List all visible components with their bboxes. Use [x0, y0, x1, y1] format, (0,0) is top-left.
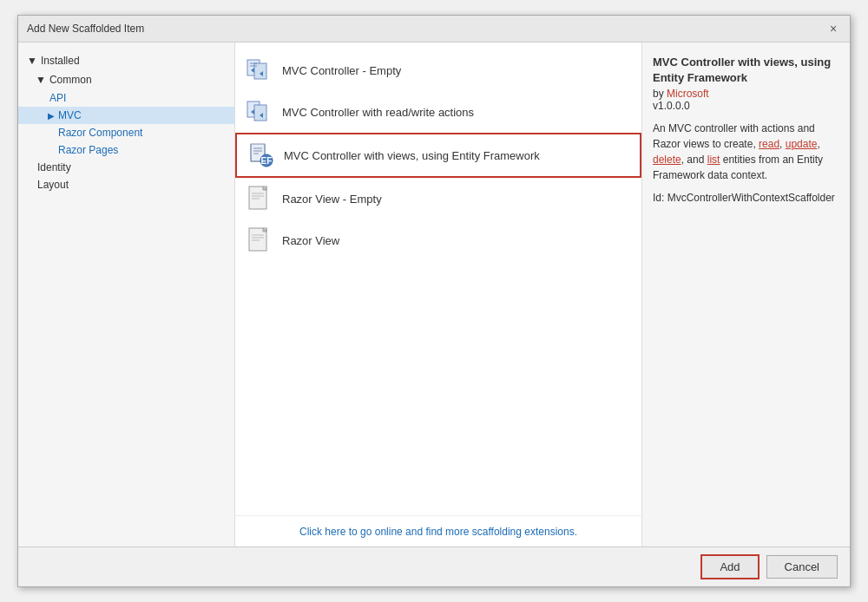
sidebar-item-mvc[interactable]: ▶ MVC	[18, 107, 234, 124]
installed-label: Installed	[41, 55, 80, 67]
detail-by-link[interactable]: Microsoft	[667, 88, 709, 100]
mvc-readwrite-icon	[246, 98, 273, 126]
online-link[interactable]: Click here to go online and find more sc…	[299, 526, 577, 538]
dialog: Add New Scaffolded Item × ▼ Installed ▼ …	[17, 15, 851, 587]
razor-view-icon	[246, 226, 273, 254]
sidebar-item-razor-component[interactable]: Razor Component	[18, 124, 234, 141]
mvc-label: MVC	[58, 109, 82, 121]
detail-read-link[interactable]: read	[759, 138, 779, 150]
left-panel: ▼ Installed ▼ Common API ▶ MVC Razor Com…	[18, 43, 235, 546]
items-list: MVC Controller - Empty MVC Controller wi…	[235, 43, 641, 515]
item-mvc-entity-label: MVC Controller with views, using Entity …	[284, 149, 540, 162]
center-panel: MVC Controller - Empty MVC Controller wi…	[235, 43, 641, 546]
item-razor-view[interactable]: Razor View	[235, 219, 641, 261]
mvc-empty-icon	[246, 56, 273, 84]
svg-text:EF: EF	[261, 156, 273, 166]
item-razor-empty[interactable]: Razor View - Empty	[235, 178, 641, 219]
common-arrow-icon: ▼	[36, 74, 46, 86]
mvc-entity-icon: EF	[247, 141, 275, 169]
detail-list-link[interactable]: list	[707, 154, 720, 166]
item-mvc-empty-label: MVC Controller - Empty	[282, 64, 401, 77]
item-mvc-readwrite[interactable]: MVC Controller with read/write actions	[235, 91, 641, 133]
installed-arrow-icon: ▼	[27, 55, 37, 67]
title-bar: Add New Scaffolded Item ×	[18, 16, 850, 43]
sidebar-item-layout[interactable]: Layout	[18, 176, 234, 193]
svg-rect-5	[254, 105, 266, 121]
detail-id: Id: MvcControllerWithContextScaffolder	[653, 192, 839, 204]
item-mvc-empty[interactable]: MVC Controller - Empty	[235, 49, 641, 91]
detail-by: by Microsoft	[653, 88, 839, 100]
detail-version: v1.0.0.0	[653, 100, 839, 112]
bottom-bar: Add Cancel	[18, 546, 850, 586]
mvc-expand-arrow-icon: ▶	[48, 111, 55, 121]
cancel-button[interactable]: Cancel	[766, 555, 838, 579]
item-razor-empty-label: Razor View - Empty	[282, 193, 382, 206]
dialog-body: ▼ Installed ▼ Common API ▶ MVC Razor Com…	[18, 43, 850, 546]
sidebar-item-razor-pages[interactable]: Razor Pages	[18, 141, 234, 159]
detail-by-label: by	[653, 88, 667, 100]
right-panel: MVC Controller with views, using Entity …	[641, 43, 850, 546]
item-razor-view-label: Razor View	[282, 234, 339, 247]
close-button[interactable]: ×	[825, 21, 841, 36]
installed-header[interactable]: ▼ Installed	[18, 51, 234, 70]
common-header[interactable]: ▼ Common	[18, 70, 234, 89]
detail-delete-link[interactable]: delete	[653, 154, 681, 166]
sidebar-item-identity[interactable]: Identity	[18, 159, 234, 176]
item-mvc-readwrite-label: MVC Controller with read/write actions	[282, 106, 474, 119]
common-label: Common	[49, 74, 92, 86]
item-mvc-entity[interactable]: EF MVC Controller with views, using Enti…	[235, 133, 641, 178]
razor-empty-icon	[246, 185, 273, 213]
dialog-title: Add New Scaffolded Item	[27, 23, 144, 35]
detail-update-link[interactable]: update	[786, 138, 818, 150]
detail-title: MVC Controller with views, using Entity …	[653, 55, 839, 86]
detail-description: An MVC controller with actions and Razor…	[653, 121, 839, 183]
sidebar-item-api[interactable]: API	[18, 89, 234, 107]
add-button[interactable]: Add	[700, 554, 759, 579]
center-footer: Click here to go online and find more sc…	[235, 515, 641, 546]
